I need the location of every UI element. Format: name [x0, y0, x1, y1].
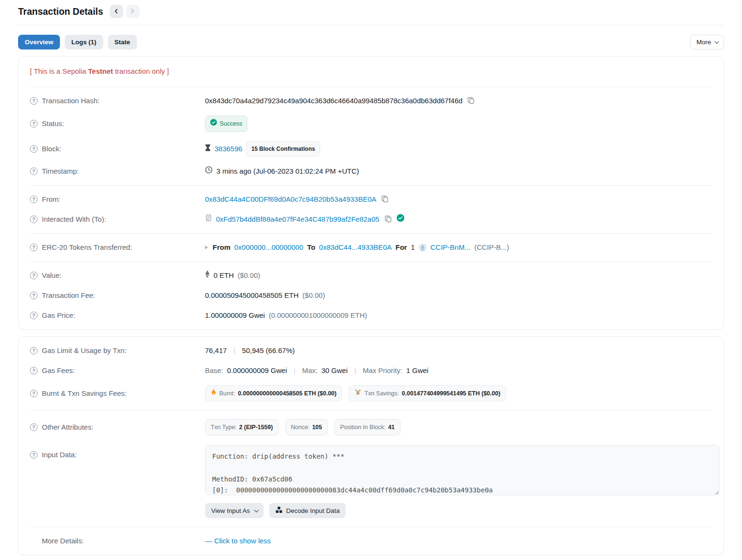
transaction-fee-usd: ($0.00)	[303, 290, 325, 301]
decode-input-data-button[interactable]: Decode Input Data	[269, 503, 346, 518]
block-label: Block:	[42, 144, 61, 154]
copy-icon	[384, 215, 392, 224]
chevron-right-icon	[130, 8, 135, 15]
other-attributes-label: Other Attributes:	[42, 422, 93, 432]
transaction-fee-label: Transaction Fee:	[42, 290, 95, 301]
transaction-hash-value: 0x843dc70a4a29d79234c49a904c363d6c46640a…	[205, 96, 462, 106]
timestamp-row: Timestamp: 3 mins ago (Jul-06-2023 01:02…	[30, 161, 712, 181]
help-icon[interactable]	[30, 312, 38, 319]
erc20-transfers-label: ERC-20 Tokens Transferred:	[42, 242, 132, 253]
divider	[30, 261, 712, 262]
to-address-link[interactable]: 0xFd57b4ddBf88a4e07fF4e34C487b99af2Fe82a…	[216, 214, 380, 225]
gas-price-label: Gas Price:	[42, 310, 75, 321]
from-address-link[interactable]: 0x83dC44a4C00DFf69d0A0c7c94B20b53a4933BE…	[205, 194, 376, 205]
decode-input-data-label: Decode Input Data	[286, 507, 340, 514]
help-icon[interactable]	[30, 145, 38, 153]
chevron-down-icon	[254, 508, 259, 512]
view-input-as-label: View Input As	[211, 507, 250, 514]
eth-diamond-icon	[205, 270, 210, 281]
burnt-badge: Burnt: 0.000000000000458505 ETH ($0.00)	[205, 385, 342, 402]
txn-type-badge: Txn Type: 2 (EIP-1559)	[205, 419, 279, 435]
value-usd: ($0.00)	[238, 270, 261, 281]
help-icon[interactable]	[30, 367, 38, 374]
help-icon[interactable]	[30, 120, 38, 128]
tab-state[interactable]: State	[108, 35, 137, 49]
verified-check-icon	[397, 214, 404, 225]
help-icon[interactable]	[30, 244, 38, 251]
txn-nav	[110, 5, 139, 18]
separator: |	[231, 345, 238, 356]
copy-icon	[467, 97, 475, 106]
previous-txn-button[interactable]	[110, 5, 123, 18]
block-number-link[interactable]: 3836596	[215, 144, 242, 154]
chevron-left-icon	[114, 8, 119, 15]
input-data-row: Input Data: Function: drip(address token…	[30, 440, 712, 523]
help-icon[interactable]	[30, 216, 38, 223]
txn-savings-badge: Txn Savings: 0.001477404999541495 ETH ($…	[349, 385, 506, 402]
tabs-row: Overview Logs (1) State More	[18, 35, 724, 49]
gas-price-amount: 1.000000009 Gwei	[205, 310, 265, 321]
help-icon[interactable]	[30, 97, 38, 105]
divider	[30, 410, 712, 411]
erc20-for-word: For	[395, 242, 407, 253]
more-button[interactable]: More	[690, 35, 724, 49]
money-wings-icon	[354, 388, 361, 399]
next-txn-button[interactable]	[126, 5, 139, 18]
tab-overview[interactable]: Overview	[18, 35, 60, 49]
token-name-link[interactable]: CCIP-BnM...	[430, 242, 470, 253]
divider	[30, 87, 712, 87]
gas-price-row: Gas Price: 1.000000009 Gwei (0.000000001…	[30, 305, 712, 325]
help-icon[interactable]	[30, 451, 38, 459]
base-fee-value: 0.000000009 Gwei	[227, 365, 287, 376]
transaction-hash-label: Transaction Hash:	[42, 96, 99, 106]
erc20-from-address-link[interactable]: 0x000000...00000000	[234, 242, 303, 253]
txn-savings-value: 0.001477404999541495 ETH ($0.00)	[402, 388, 500, 399]
interacted-with-row: Interacted With (To): 0xFd57b4ddBf88a4e0…	[30, 209, 712, 229]
gas-limit-value: 76,417	[205, 345, 227, 356]
details-card: Gas Limit & Usage by Txn: 76,417 | 50,94…	[18, 336, 724, 555]
transaction-details-page: Transaction Details Overview Logs (1) St…	[0, 0, 742, 555]
view-input-as-button[interactable]: View Input As	[205, 503, 264, 518]
interacted-with-label: Interacted With (To):	[42, 214, 106, 225]
copy-hash-button[interactable]	[466, 97, 476, 106]
burnt-fee-label: Burnt:	[219, 388, 235, 399]
help-icon[interactable]	[30, 423, 38, 431]
divider	[30, 527, 712, 527]
block-confirmations-badge: 15 Block Confirmations	[246, 141, 320, 157]
erc20-to-address-link[interactable]: 0x83dC44...4933BE0A	[319, 242, 392, 253]
separator: |	[351, 365, 359, 376]
help-icon[interactable]	[30, 272, 38, 279]
page-header: Transaction Details	[18, 0, 724, 25]
copy-from-address-button[interactable]	[380, 195, 390, 204]
more-details-row: More Details: — Click to show less	[30, 531, 712, 551]
help-icon[interactable]	[30, 167, 38, 175]
burnt-savings-label: Burnt & Txn Savings Fees:	[42, 388, 127, 399]
contract-file-icon	[205, 214, 212, 225]
gas-price-eth: (0.000000001000000009 ETH)	[269, 310, 367, 321]
tab-list: Overview Logs (1) State	[18, 35, 137, 49]
erc20-amount: 1	[411, 242, 415, 253]
caret-right-icon	[205, 246, 208, 249]
check-circle-icon	[210, 118, 217, 129]
separator: |	[291, 365, 298, 376]
erc20-from-word: From	[213, 242, 231, 253]
tab-logs[interactable]: Logs (1)	[65, 35, 103, 49]
input-data-textarea[interactable]: Function: drip(address token) *** Method…	[205, 445, 720, 495]
position-in-block-badge: Position In Block: 41	[334, 419, 400, 435]
help-icon[interactable]	[30, 347, 38, 354]
gas-fees-label: Gas Fees:	[42, 365, 75, 376]
txn-savings-label: Txn Savings:	[364, 388, 399, 399]
help-icon[interactable]	[30, 292, 38, 299]
help-icon[interactable]	[30, 390, 38, 397]
copy-to-address-button[interactable]	[383, 215, 393, 224]
gas-used-value: 50,945 (66.67%)	[242, 345, 295, 356]
help-icon[interactable]	[30, 196, 38, 203]
hourglass-icon	[205, 144, 211, 154]
nonce-badge: Nonce: 105	[285, 419, 328, 435]
burnt-savings-row: Burnt & Txn Savings Fees: Burnt: 0.00000…	[30, 381, 712, 406]
gas-limit-label: Gas Limit & Usage by Txn:	[42, 345, 127, 356]
show-less-link[interactable]: — Click to show less	[205, 536, 271, 546]
status-badge-label: Success	[220, 118, 242, 129]
max-priority-value: 1 Gwei	[406, 365, 429, 376]
transaction-fee-amount: 0.000050945000458505 ETH	[205, 290, 299, 301]
